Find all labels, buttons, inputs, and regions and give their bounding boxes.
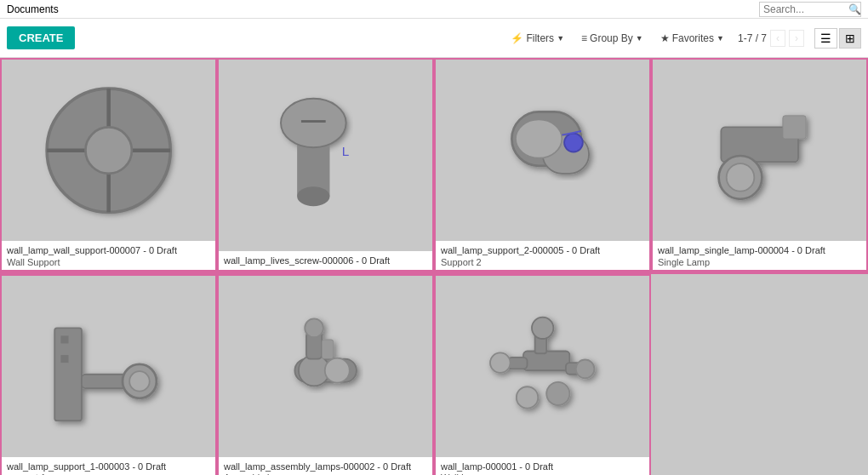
search-input[interactable] <box>763 3 848 15</box>
favorites-label: Favorites <box>672 32 714 44</box>
view-toggle: ☰ ⊞ <box>814 28 861 49</box>
pagination-text: 1-7 / 7 <box>738 32 767 44</box>
svg-rect-25 <box>60 335 68 343</box>
card-border-bottom <box>436 270 649 272</box>
card-subtitle: Single Lamp <box>658 257 861 267</box>
svg-point-9 <box>281 99 346 147</box>
grid-container: wall_lamp_wall_support-000007 - 0 Draft … <box>0 58 868 475</box>
svg-rect-18 <box>783 116 806 139</box>
svg-point-39 <box>490 352 511 373</box>
top-bar: Documents 🔍 <box>0 0 868 19</box>
card-title: wall_lamp_wall_support-000007 - 0 Draft <box>7 244 210 256</box>
card-item-7[interactable]: wall_lamp-000001 - 0 Draft Wall Lamp <box>434 274 651 475</box>
card-item-2[interactable]: L wall_lamp_lives_screw-000006 - 0 Draft <box>217 58 434 274</box>
card-image <box>2 276 215 457</box>
svg-point-24 <box>129 371 150 392</box>
toolbar-right: ⚡ Filters ▼ ≡ Group By ▼ ★ Favorites ▼ 1… <box>507 28 861 49</box>
card-item-4[interactable]: wall_lamp_single_lamp-000004 - 0 Draft S… <box>651 58 868 274</box>
card-subtitle: Wall Support <box>7 257 210 267</box>
card-info: wall_lamp_single_lamp-000004 - 0 Draft S… <box>653 241 866 272</box>
search-area[interactable]: 🔍 <box>759 2 861 17</box>
card-item-6[interactable]: wall_lamp_assembly_lamps-000002 - 0 Draf… <box>217 274 434 475</box>
card-image <box>436 60 649 241</box>
card-image <box>219 276 432 457</box>
create-button[interactable]: CREATE <box>7 26 75 49</box>
favorites-button[interactable]: ★ Favorites ▼ <box>657 31 728 46</box>
svg-point-41 <box>517 386 538 408</box>
groupby-label: Group By <box>590 32 633 44</box>
svg-point-14 <box>516 119 562 157</box>
card-image: L <box>219 60 432 251</box>
favorites-icon: ★ <box>660 32 670 44</box>
pagination: 1-7 / 7 ‹ › <box>738 30 804 47</box>
svg-rect-33 <box>523 351 569 370</box>
svg-rect-26 <box>60 355 68 363</box>
grid-view-button[interactable]: ⊞ <box>839 28 861 49</box>
card-title: wall_lamp_support_1-000003 - 0 Draft <box>7 461 210 472</box>
card-border-bottom <box>2 270 215 272</box>
card-title: wall_lamp-000001 - 0 Draft <box>441 461 644 472</box>
svg-point-29 <box>325 358 350 382</box>
card-info: wall_lamp_wall_support-000007 - 0 Draft … <box>2 241 215 272</box>
card-subtitle: Support 2 <box>441 257 644 267</box>
next-page-button[interactable]: › <box>789 30 804 47</box>
card-item-3[interactable]: wall_lamp_support_2-000005 - 0 Draft Sup… <box>434 58 651 274</box>
filters-chevron: ▼ <box>557 34 564 43</box>
groupby-chevron: ▼ <box>636 34 643 43</box>
card-border-bottom <box>653 270 866 272</box>
svg-rect-32 <box>322 340 334 359</box>
card-info: wall_lamp_assembly_lamps-000002 - 0 Draf… <box>219 457 432 475</box>
groupby-button[interactable]: ≡ Group By ▼ <box>578 31 647 46</box>
card-item-1[interactable]: wall_lamp_wall_support-000007 - 0 Draft … <box>0 58 217 274</box>
svg-point-4 <box>85 127 131 173</box>
svg-point-31 <box>305 318 323 337</box>
toolbar: CREATE ⚡ Filters ▼ ≡ Group By ▼ ★ Favori… <box>0 19 868 58</box>
svg-point-20 <box>727 163 755 192</box>
card-image <box>436 276 649 457</box>
prev-page-button[interactable]: ‹ <box>770 30 785 47</box>
favorites-chevron: ▼ <box>717 34 724 43</box>
card-title: wall_lamp_assembly_lamps-000002 - 0 Draf… <box>224 461 427 472</box>
svg-text:L: L <box>342 144 350 158</box>
svg-point-35 <box>532 317 553 338</box>
card-border-bottom <box>219 270 432 272</box>
card-info: wall_lamp_support_2-000005 - 0 Draft Sup… <box>436 241 649 272</box>
svg-point-15 <box>564 134 583 152</box>
card-image <box>2 60 215 241</box>
list-view-button[interactable]: ☰ <box>814 28 837 49</box>
search-icon: 🔍 <box>848 3 861 15</box>
card-image <box>653 60 866 241</box>
card-title: wall_lamp_single_lamp-000004 - 0 Draft <box>658 244 861 256</box>
card-title: wall_lamp_support_2-000005 - 0 Draft <box>441 244 644 256</box>
svg-point-40 <box>546 381 569 404</box>
filters-label: Filters <box>526 32 554 44</box>
card-title: wall_lamp_lives_screw-000006 - 0 Draft <box>224 255 427 266</box>
card-info: wall_lamp-000001 - 0 Draft Wall Lamp <box>436 457 649 475</box>
groupby-icon: ≡ <box>581 32 587 44</box>
svg-point-37 <box>575 359 594 378</box>
toolbar-left: CREATE <box>7 26 75 49</box>
card-item-5[interactable]: wall_lamp_support_1-000003 - 0 Draft sup… <box>0 274 217 475</box>
svg-point-7 <box>297 186 329 206</box>
filters-button[interactable]: ⚡ Filters ▼ <box>507 31 568 46</box>
breadcrumb: Documents <box>7 3 59 15</box>
filter-icon: ⚡ <box>511 32 523 44</box>
empty-cell <box>651 274 868 475</box>
card-info: wall_lamp_support_1-000003 - 0 Draft sup… <box>2 457 215 475</box>
